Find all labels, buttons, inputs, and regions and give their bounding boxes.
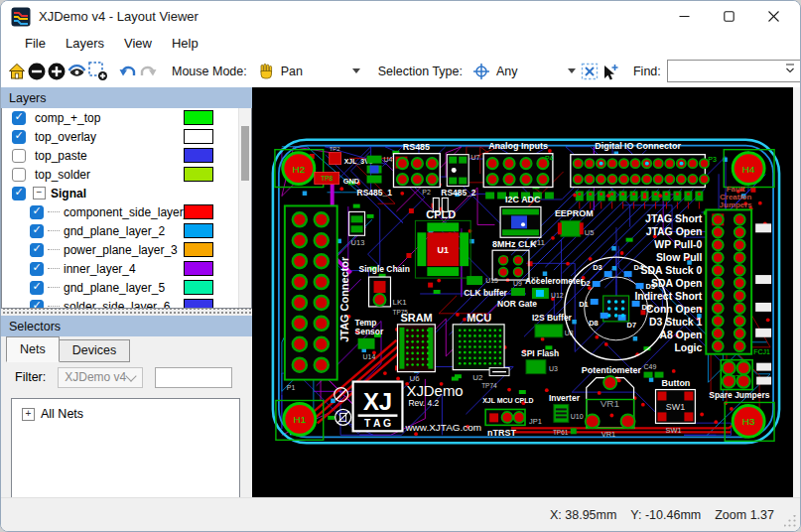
layer-row[interactable]: top_overlay	[2, 127, 251, 146]
ref-sw1-body: SW1	[666, 402, 685, 412]
clear-selection-button[interactable]	[580, 59, 600, 84]
label-analog-inputs: Analog Inputs	[488, 141, 548, 151]
layer-color-swatch[interactable]	[184, 148, 213, 163]
home-button[interactable]	[7, 59, 27, 84]
layer-checkbox[interactable]	[30, 300, 44, 310]
layer-row[interactable]: gnd_plane_layer_2	[2, 221, 251, 240]
label-wp-pull-0: WP Pull-0	[654, 239, 702, 250]
layer-checkbox[interactable]	[12, 111, 26, 125]
layer-row[interactable]: comp_+_top	[2, 108, 251, 127]
toolbar-overflow-button[interactable]	[784, 63, 796, 78]
component-lk1[interactable]: Single Chain LK1	[359, 264, 410, 307]
tab-devices[interactable]: Devices	[59, 339, 130, 362]
menu-layers[interactable]: Layers	[56, 34, 114, 53]
undo-button[interactable]	[118, 59, 138, 84]
tab-nets[interactable]: Nets	[6, 336, 60, 362]
layer-label: top_solder	[35, 168, 90, 182]
layer-color-swatch[interactable]	[184, 280, 213, 295]
layer-group-row[interactable]: − Signal	[2, 184, 251, 202]
filter-select[interactable]: XJDemo v4	[58, 367, 143, 388]
menu-view[interactable]: View	[114, 34, 162, 53]
layer-row[interactable]: inner_layer_4	[2, 259, 251, 278]
layer-color-swatch[interactable]	[184, 299, 213, 309]
layer-row[interactable]: power_plane_layer_3	[2, 240, 251, 259]
window-title: XJDemo v4 - Layout Viewer	[39, 9, 199, 24]
layer-checkbox[interactable]	[30, 243, 44, 257]
layer-row[interactable]: top_solder	[2, 165, 251, 184]
layer-color-swatch[interactable]	[184, 261, 213, 276]
layer-row[interactable]: gnd_plane_layer_5	[2, 278, 251, 297]
layer-checkbox[interactable]	[30, 224, 44, 238]
component-cpld-u1[interactable]: CPLD U1	[415, 208, 470, 278]
layer-color-swatch[interactable]	[184, 167, 213, 182]
component-u13[interactable]: U13	[349, 211, 365, 247]
component-potentiometer-vr1[interactable]: Potentiometer VR1 VR1	[582, 365, 642, 440]
component-spi-flash-u3[interactable]: SPI Flash U3	[521, 348, 559, 374]
component-eeprom-u5[interactable]: EEPROM U5	[555, 208, 594, 237]
label-jtag-open: JTAG Open	[646, 226, 703, 237]
minimize-button[interactable]	[662, 1, 707, 32]
label-sda-stuck-0: SDA Stuck 0	[641, 265, 703, 276]
panel-splitter[interactable]	[1, 309, 252, 316]
close-button[interactable]	[751, 1, 796, 32]
component-button-sw1[interactable]: Button SW1 SW1	[656, 378, 696, 436]
zoom-out-button[interactable]	[27, 59, 47, 84]
layer-color-swatch[interactable]	[184, 129, 213, 144]
label-eeprom: EEPROM	[555, 208, 594, 218]
layer-checkbox[interactable]	[12, 168, 26, 182]
zoom-in-button[interactable]	[47, 59, 67, 84]
menu-file[interactable]: File	[15, 34, 56, 53]
app-window: XJDemo v4 - Layout Viewer File Layers Vi…	[0, 0, 801, 532]
ref-h1: H1	[293, 414, 306, 425]
layers-scrollbar[interactable]	[238, 108, 251, 308]
ref-vr1-body: VR1	[601, 398, 620, 409]
layer-label: solder_side_layer_6	[64, 300, 170, 310]
marquee-zoom-icon	[87, 61, 108, 81]
layer-checkbox[interactable]	[12, 149, 26, 163]
layer-color-swatch[interactable]	[184, 204, 213, 219]
minimize-icon	[679, 11, 690, 22]
layer-checkbox[interactable]	[30, 262, 44, 276]
expand-expander-icon[interactable]: +	[22, 408, 35, 421]
resize-grip[interactable]	[784, 515, 797, 528]
find-input[interactable]	[668, 63, 801, 79]
layer-checkbox[interactable]	[12, 130, 26, 144]
status-bar: X: 38.95mm Y: -10.46mm Zoom 1.37	[1, 497, 800, 531]
tree-root-row[interactable]: + All Nets	[22, 407, 239, 421]
find-combobox[interactable]	[667, 60, 801, 82]
layer-row[interactable]: solder_side_layer_6	[2, 297, 251, 309]
filter-text-input[interactable]	[155, 367, 232, 388]
component-inverter-u10[interactable]: Inverter U10	[549, 393, 584, 422]
selection-type-combo[interactable]: Any	[468, 63, 580, 80]
ref-u3: U3	[549, 365, 558, 372]
component-clk-buffer-u15[interactable]: U15 CLK buffer	[464, 276, 507, 298]
component-u4[interactable]: U4	[367, 156, 393, 184]
menu-help[interactable]: Help	[162, 34, 208, 53]
layer-checkbox[interactable]	[30, 281, 44, 295]
scrollbar-thumb[interactable]	[241, 126, 249, 181]
layer-checkbox[interactable]	[30, 205, 44, 219]
redo-button[interactable]	[138, 59, 158, 84]
select-add-button[interactable]	[600, 59, 619, 84]
layer-row[interactable]: top_paste	[2, 146, 251, 165]
marquee-zoom-button[interactable]	[87, 59, 108, 84]
component-sram-u6[interactable]: SRAM U6	[397, 312, 435, 383]
ref-u7: U7	[470, 153, 480, 162]
layer-color-swatch[interactable]	[184, 110, 213, 125]
visibility-button[interactable]	[67, 59, 87, 84]
label-cpld: CPLD	[426, 208, 456, 220]
component-c49[interactable]: C49	[644, 363, 664, 378]
layer-checkbox[interactable]	[12, 187, 26, 200]
layer-color-swatch[interactable]	[184, 223, 213, 238]
maximize-button[interactable]	[707, 1, 751, 32]
tree-line	[48, 287, 60, 288]
label-xjdemo: XJDemo	[406, 383, 463, 400]
ref-d1: D1	[579, 300, 589, 309]
component-u7[interactable]: U7	[447, 153, 479, 187]
layer-row[interactable]: component_side_layer_1	[2, 202, 251, 221]
ref-tp2: TP2	[330, 146, 341, 152]
mouse-mode-combo[interactable]: Pan	[253, 63, 364, 80]
pcb-canvas[interactable]: H2 H4 H1 H3	[252, 87, 793, 498]
layer-color-swatch[interactable]	[184, 242, 213, 257]
collapse-expander-icon[interactable]: −	[33, 187, 46, 200]
